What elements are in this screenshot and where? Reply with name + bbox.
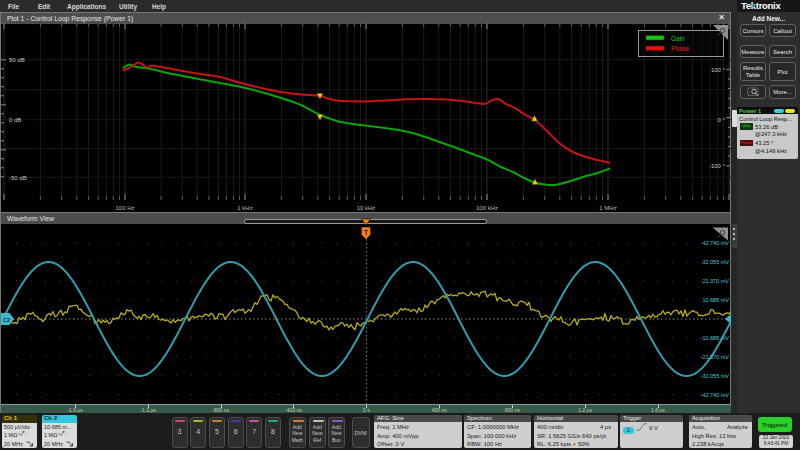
svg-text:-10.685 mV: -10.685 mV — [701, 335, 730, 341]
svg-text:21.370 mV: 21.370 mV — [702, 278, 729, 284]
svg-text:-42.740 mV: -42.740 mV — [701, 392, 730, 398]
svg-text:32.055 mV: 32.055 mV — [702, 259, 729, 265]
svg-text:100 kHz: 100 kHz — [476, 205, 498, 211]
svg-text:0 dB: 0 dB — [9, 117, 21, 123]
svg-text:-50 dB: -50 dB — [9, 175, 27, 181]
svg-text:T: T — [364, 229, 368, 236]
svg-text:-32.055 mV: -32.055 mV — [701, 373, 730, 379]
svg-text:1 MHz: 1 MHz — [599, 205, 616, 211]
svg-text:Gain: Gain — [671, 35, 685, 42]
svg-text:-21.370 mV: -21.370 mV — [701, 354, 730, 360]
svg-text:1 kHz: 1 kHz — [237, 205, 252, 211]
svg-text:100 Hz: 100 Hz — [115, 205, 134, 211]
svg-text:-100 °: -100 ° — [709, 163, 726, 169]
svg-text:Phase: Phase — [671, 45, 690, 52]
svg-text:100 °: 100 ° — [711, 67, 726, 73]
svg-text:0 °: 0 ° — [718, 117, 726, 123]
svg-text:C2: C2 — [3, 317, 10, 323]
svg-text:10.685 mV: 10.685 mV — [702, 297, 729, 303]
svg-text:42.740 mV: 42.740 mV — [702, 240, 729, 246]
svg-text:50 dB: 50 dB — [9, 57, 25, 63]
svg-text:10 kHz: 10 kHz — [357, 205, 376, 211]
